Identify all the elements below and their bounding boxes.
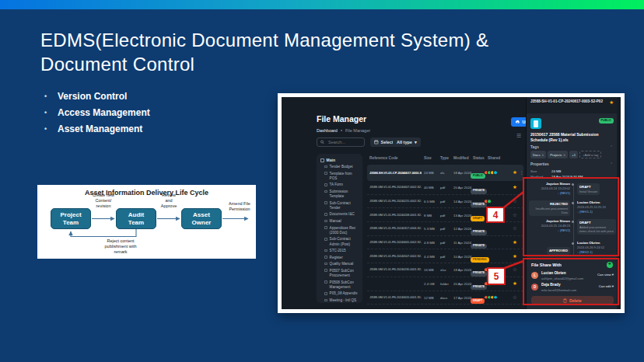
status-badge: DRAFT: [471, 298, 485, 304]
bullet-label: Access Management: [58, 107, 150, 118]
avatar: [487, 199, 492, 204]
sidebar-item[interactable]: Manual: [324, 219, 360, 224]
bullet-icon: •: [44, 92, 58, 100]
type-filter-dropdown[interactable]: All type ▾: [393, 137, 421, 147]
star-toggle[interactable]: ☆: [513, 267, 517, 273]
sidebar-item[interactable]: Appendices Rev (2000 Doc): [324, 226, 360, 235]
star-toggle[interactable]: ★: [513, 254, 517, 259]
star-toggle[interactable]: ★: [513, 281, 517, 287]
cell-modified: 11 Apr 2024: [453, 241, 471, 245]
add-tag-input[interactable]: +Add a tag: [579, 151, 601, 158]
sidebar-item[interactable]: Sub-Contract Admin (Post): [324, 237, 360, 246]
star-toggle[interactable]: ★: [513, 240, 517, 245]
star-toggle[interactable]: ☆: [513, 212, 517, 218]
folder-icon: [324, 238, 327, 241]
cloud-upload-icon: [515, 120, 520, 124]
cell-status: DRAFT: [471, 291, 485, 305]
sidebar-item[interactable]: Meeting - Intl QS Meetings: [324, 298, 360, 303]
sidebar-item-label: Register: [330, 256, 343, 260]
star-toggle[interactable]: ☆: [513, 199, 517, 204]
sidebar-item-main[interactable]: Main: [320, 158, 360, 162]
remove-tag-icon[interactable]: ✕: [563, 153, 565, 157]
tag-chip[interactable]: Docs✕: [530, 151, 546, 158]
cell-status: PRIVATE: [471, 235, 487, 249]
sidebar-item[interactable]: P05_08 Appendix: [324, 291, 360, 296]
annotation-box-file-share: [523, 258, 619, 305]
calendar-icon: [374, 140, 379, 144]
table-row[interactable]: J3588-GM-V1-01-FN-20240605-0002-S2-P034.…: [367, 236, 523, 250]
property-value: 24 MB: [551, 169, 561, 173]
collapse-icon[interactable]: ⌃: [610, 162, 613, 166]
more-options-icon[interactable]: ⋮: [520, 170, 524, 175]
collapse-icon[interactable]: ⌃: [610, 145, 613, 149]
sidebar-item[interactable]: P0508 SubCon Management: [324, 280, 360, 290]
sidebar-item[interactable]: Quality Manual: [324, 262, 360, 266]
folder-icon: [324, 269, 327, 272]
details-header: J3588-SH-V1-01-CP-20240617-0003-S2-P02 ★: [527, 97, 617, 113]
shared-avatars: [485, 199, 492, 204]
star-toggle[interactable]: ★: [513, 170, 517, 176]
folder-icon: [324, 172, 327, 175]
sidebar-item[interactable]: Sub-Contract Tender: [324, 201, 360, 211]
sidebar-item-label: TA Form: [330, 183, 343, 187]
sidebar-item[interactable]: Register: [324, 256, 360, 260]
table-row[interactable]: J3588-GM-V1-01-FN-20240620-0001-S1-P0212…: [367, 291, 523, 305]
cell-modified: 20 Apr 2024: [453, 186, 471, 190]
cell-size: 4.4 MB: [424, 254, 435, 258]
cell-modified: 14 Apr 2024: [453, 200, 471, 204]
sidebar-item[interactable]: STC-2015: [324, 249, 360, 253]
column-modified: Modified: [453, 156, 469, 160]
search-box[interactable]: [317, 137, 365, 147]
folder-tree-sidebar: Main Tender BudgetTemplate from POSTA Fo…: [317, 154, 362, 303]
remove-tag-icon[interactable]: ✕: [541, 153, 544, 157]
sidebar-item[interactable]: Documents I&C: [324, 212, 360, 217]
table-row[interactable]: J3588-GM-V1-01-FN-20240607-0002-S2-P0340…: [367, 181, 523, 195]
cell-reference-code: J3588-GM-V1-01-FN-20240208-0001-S2-P03: [369, 214, 422, 217]
cell-reference-code: J3588-GM-V1-01-FN-20240605-0002-S2-P03: [369, 241, 422, 244]
sidebar-item-label: Manual: [330, 219, 341, 224]
cell-modified: 17 Apr 2024: [453, 295, 471, 299]
cell-status: PENDING: [471, 249, 489, 263]
cell-size: 5.3 MB: [424, 227, 435, 231]
star-toggle[interactable]: ☆: [513, 295, 517, 301]
favorite-star-icon[interactable]: ★: [609, 99, 614, 106]
sidebar-item[interactable]: TA Form: [324, 183, 360, 187]
search-input[interactable]: [327, 139, 361, 145]
star-toggle[interactable]: ☆: [513, 226, 517, 231]
annotation-box-version-history: [523, 177, 619, 256]
list-view-icon[interactable]: ☰: [516, 133, 522, 139]
star-toggle[interactable]: ★: [513, 185, 517, 190]
sidebar-item[interactable]: P0507 SubCon Procurement: [324, 269, 360, 278]
table-row[interactable]: J3588-SH-V1-01-CP-20240617-0003-S2-P0224…: [367, 165, 523, 181]
sidebar-item[interactable]: Template from POS: [324, 172, 360, 181]
cell-reference-code: J3588-SH-V1-01-CP-20240617-0003-S2-P02: [369, 171, 422, 175]
tag-chip[interactable]: Projects✕: [548, 151, 568, 158]
sidebar-item[interactable]: Tender Budget: [324, 165, 360, 169]
diagram-node-asset-owner: Asset Owner: [181, 208, 222, 229]
sidebar-item-label: Documents I&C: [330, 212, 355, 217]
type-filter-label: All type: [397, 140, 412, 144]
column-reference-code: Reference Code: [369, 156, 398, 160]
cell-size: 24 MB: [424, 171, 434, 175]
sidebar-item[interactable]: Submission Template: [324, 190, 360, 199]
sidebar-item-label: Sub-Contract Tender: [330, 201, 360, 211]
breadcrumb-current: File Manager: [345, 128, 370, 133]
table-row[interactable]: J3588-GM-V1-01-FN-20240317-0006-S2-P085.…: [367, 222, 523, 236]
breadcrumb: Dashboard File Manager: [317, 128, 370, 133]
cell-type: pdf: [440, 213, 445, 217]
breadcrumb-dashboard[interactable]: Dashboard: [317, 128, 338, 133]
table-row[interactable]: J3588-GM-V1-01-FN-20240507-0002-S2-P034.…: [367, 249, 523, 263]
search-icon: [320, 140, 324, 144]
sidebar-item-label: P0507 SubCon Procurement: [330, 269, 360, 278]
tag-more-chip[interactable]: +1: [569, 151, 578, 158]
sidebar-item-label: Template from POS: [330, 172, 360, 181]
diagram-label-create: Create new Content/ revision: [82, 193, 124, 209]
cell-modified: 18 Apr 2024: [453, 171, 471, 175]
diagram-label-amend: Amend File Permission: [223, 201, 256, 212]
folder-icon: [324, 165, 327, 169]
cell-modified: 20 Apr 2024: [453, 282, 471, 286]
breadcrumb-separator: [341, 130, 342, 131]
diagram-node-audit-team: Audit Team: [116, 208, 156, 229]
details-file-name: 20150617 J3588 Material Submission Sched…: [530, 132, 614, 143]
bullet-item: •Asset Management: [44, 120, 150, 137]
